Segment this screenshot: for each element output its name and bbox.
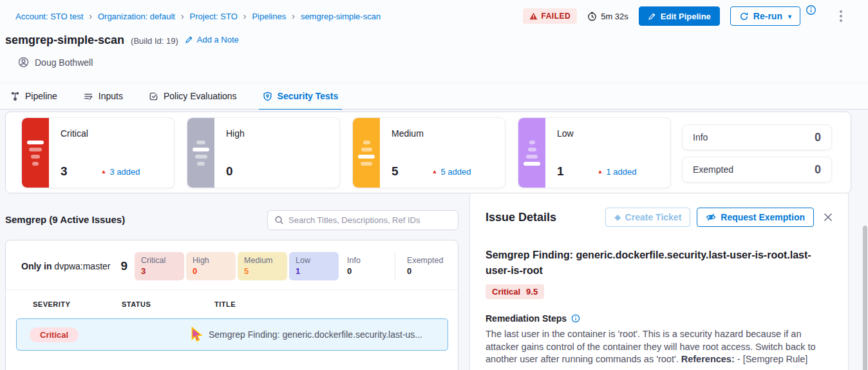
chevron-right-icon: › [181, 11, 184, 21]
severity-level-icon [353, 118, 380, 188]
add-note-link[interactable]: Add a Note [185, 35, 239, 44]
filter-pill-medium[interactable]: Medium 5 [238, 252, 287, 280]
tab-security-tests[interactable]: Security Tests [263, 83, 339, 110]
issues-list-card: Only in dvpwa:master 9 Critical 3 High 0… [5, 240, 458, 370]
issues-table-header: SEVERITY STATUS TITLE [6, 290, 458, 316]
status-label: FAILED [542, 12, 571, 21]
user-icon [18, 57, 29, 68]
tab-policy-evaluations[interactable]: Policy Evaluations [149, 83, 237, 110]
info-icon[interactable] [806, 5, 816, 15]
severity-filter-pills: Critical 3 High 0 Medium 5 Low 1 [135, 252, 452, 280]
execution-title-row: semgrep-simple-scan (Build Id: 19) Add a… [5, 34, 239, 47]
search-input[interactable] [288, 215, 451, 225]
issue-title: Semgrep Finding: generic.dockerfile.secu… [209, 329, 439, 340]
severity-level-icon [518, 118, 545, 188]
issue-details-panel: Issue Details ◆ Create Ticket Request Ex… [469, 193, 849, 370]
request-exemption-button[interactable]: Request Exemption [697, 208, 814, 227]
remediation-heading-row: Remediation Steps [486, 313, 833, 324]
warning-triangle-icon [529, 12, 538, 20]
clock-icon [587, 12, 597, 21]
rerun-button[interactable]: Re-run ▾ [730, 6, 800, 26]
finding-title: Semgrep Finding: generic.dockerfile.secu… [486, 248, 833, 278]
severity-card-critical[interactable]: Critical 3 ▲3 added [21, 117, 175, 188]
exempted-count: 0 [815, 163, 821, 177]
more-options-menu[interactable] [836, 8, 846, 24]
search-icon [274, 215, 284, 225]
create-ticket-button[interactable]: ◆ Create Ticket [605, 208, 690, 227]
added-link[interactable]: ▲3 added [101, 167, 140, 177]
severity-card-medium[interactable]: Medium 5 ▲5 added [352, 117, 505, 188]
added-link[interactable]: ▲5 added [432, 167, 471, 177]
filter-pill-exempted[interactable]: Exempted 0 [401, 252, 450, 280]
added-link[interactable]: ▲1 added [598, 167, 637, 177]
issue-row-selected[interactable]: Critical Semgrep Finding: generic.docker… [16, 318, 448, 351]
checkbox-check-icon [149, 92, 158, 101]
chevron-right-icon: › [292, 11, 295, 21]
severity-count: 1 [557, 164, 564, 179]
severity-score-badge: Critical 9.5 [486, 284, 544, 299]
vertical-scrollbar[interactable] [863, 226, 867, 370]
severity-level-icon [22, 118, 49, 188]
execution-actions: FAILED 5m 32s Edit Pipeline Re-run ▾ [523, 6, 846, 26]
severity-cards: Critical 3 ▲3 added High 0 [21, 117, 671, 188]
exempted-count-card[interactable]: Exempted 0 [682, 157, 832, 182]
triangle-up-icon: ▲ [598, 168, 603, 175]
refresh-icon [739, 12, 749, 21]
severity-summary-panel: Critical 3 ▲3 added High 0 [5, 112, 851, 193]
severity-score: 9.5 [526, 287, 538, 297]
severity-label: Low [557, 128, 661, 139]
filter-pill-critical[interactable]: Critical 3 [135, 252, 184, 280]
column-header-severity: SEVERITY [33, 300, 122, 308]
search-box [267, 210, 458, 230]
severity-count: 0 [226, 164, 233, 179]
filter-pill-low[interactable]: Low 1 [289, 252, 339, 280]
pipeline-icon [10, 92, 20, 101]
breadcrumb-organization[interactable]: Organization: default [98, 12, 175, 21]
references-label: References: [681, 354, 735, 364]
chevron-right-icon: › [89, 11, 92, 21]
severity-label: Critical [61, 128, 165, 139]
filter-pill-high[interactable]: High 0 [186, 252, 236, 280]
severity-card-high[interactable]: High 0 [187, 117, 340, 188]
tab-pipeline[interactable]: Pipeline [10, 83, 57, 110]
severity-label: Medium [392, 128, 496, 139]
edit-pipeline-button[interactable]: Edit Pipeline [639, 6, 720, 26]
secondary-count-cards: Info 0 Exempted 0 [682, 124, 832, 182]
severity-card-low[interactable]: Low 1 ▲1 added [518, 117, 671, 188]
info-icon[interactable] [571, 314, 580, 323]
build-id: (Build Id: 19) [131, 36, 178, 46]
breadcrumb-pipelines[interactable]: Pipelines [252, 12, 286, 21]
breadcrumb-project[interactable]: Project: STO [190, 12, 238, 21]
triggered-by: Doug Bothwell [18, 57, 93, 68]
panel-title: Issue Details [486, 211, 556, 224]
divider [395, 253, 395, 279]
info-count: 0 [815, 131, 821, 144]
shield-icon [263, 92, 272, 101]
severity-count: 5 [392, 164, 399, 179]
eye-off-icon [706, 212, 716, 222]
chevron-right-icon: › [243, 11, 247, 21]
severity-level-icon [187, 118, 214, 188]
security-tests-content: Critical 3 ▲3 added High 0 [0, 110, 868, 370]
breadcrumb-account[interactable]: Account: STO test [15, 12, 83, 21]
column-header-title: TITLE [214, 300, 236, 308]
column-header-status: STATUS [122, 300, 214, 308]
target-label: Only in dvpwa:master [21, 261, 111, 271]
breadcrumb: Account: STO test › Organization: defaul… [15, 11, 381, 21]
triangle-up-icon: ▲ [101, 168, 107, 175]
close-icon[interactable] [824, 213, 833, 222]
severity-pill: Critical [30, 327, 79, 342]
top-bar: Account: STO test › Organization: defaul… [0, 0, 868, 32]
filter-pill-info[interactable]: Info 0 [341, 252, 390, 280]
scan-heading: Semgrep (9 Active Issues) [5, 214, 125, 225]
pencil-icon [648, 12, 656, 21]
severity-label: High [226, 128, 330, 139]
diamond-icon: ◆ [614, 213, 620, 222]
breadcrumb-pipeline-name[interactable]: semgrep-simple-scan [301, 12, 381, 21]
info-count-card[interactable]: Info 0 [682, 124, 832, 150]
duration: 5m 32s [587, 12, 628, 21]
status-badge: FAILED [523, 8, 578, 24]
user-name: Doug Bothwell [35, 57, 93, 68]
duration-label: 5m 32s [601, 12, 628, 21]
tab-inputs[interactable]: Inputs [83, 83, 123, 110]
